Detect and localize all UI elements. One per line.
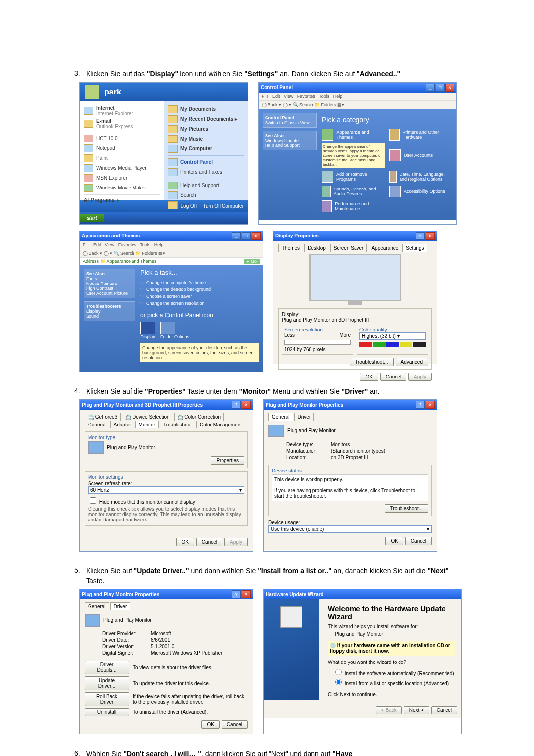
start-item-msn[interactable]: MSN Explorer bbox=[84, 173, 160, 183]
start-item-wmp[interactable]: Windows Media Player bbox=[84, 163, 160, 173]
close-icon[interactable]: × bbox=[242, 590, 251, 598]
start-recent[interactable]: My Recent Documents ▸ bbox=[168, 114, 244, 124]
icon-folder-options[interactable]: Folder Options bbox=[160, 322, 189, 339]
refresh-rate-select[interactable]: 60 Hertz ▾ bbox=[88, 486, 244, 494]
task-saver[interactable]: Choose a screen saver bbox=[140, 293, 259, 300]
cat-performance[interactable]: Performance and Maintenance bbox=[322, 200, 385, 212]
start-button[interactable]: start bbox=[80, 214, 104, 222]
maximize-icon[interactable]: □ bbox=[436, 84, 445, 92]
uninstall-button[interactable]: Uninstall bbox=[85, 708, 129, 716]
tab-saver[interactable]: Screen Saver bbox=[330, 244, 367, 252]
tab-settings[interactable]: Settings bbox=[402, 244, 427, 252]
start-item-wmm[interactable]: Windows Movie Maker bbox=[84, 183, 160, 193]
cancel-button[interactable]: Cancel bbox=[222, 720, 248, 729]
tab-general[interactable]: General bbox=[85, 602, 109, 610]
cancel-button[interactable]: Cancel bbox=[380, 373, 406, 381]
opt-list[interactable]: Install from a list or specific location… bbox=[333, 677, 455, 687]
hide-modes-check[interactable] bbox=[90, 497, 96, 504]
tab-monitor[interactable]: Monitor bbox=[135, 421, 159, 428]
tab-themes[interactable]: Themes bbox=[278, 244, 303, 252]
tab-devsel[interactable]: 📇 Device Selection bbox=[122, 413, 173, 421]
start-my-documents[interactable]: My Documents bbox=[168, 104, 244, 114]
troubleshoot-button[interactable]: Troubleshoot... bbox=[385, 504, 428, 513]
cancel-button[interactable]: Cancel bbox=[405, 537, 432, 545]
tab-colorc[interactable]: 📇 Color Correction bbox=[174, 413, 224, 421]
cat-sounds[interactable]: Sounds, Speech, and Audio Devices bbox=[322, 186, 385, 197]
task-theme[interactable]: Change the computer's theme bbox=[140, 279, 259, 286]
update-driver-button[interactable]: Update Driver... bbox=[85, 676, 129, 690]
start-computer[interactable]: My Computer bbox=[168, 144, 244, 154]
start-item-hct[interactable]: HCT 10.0 bbox=[84, 134, 160, 143]
cat-addremove[interactable]: Add or Remove Programs bbox=[322, 171, 385, 183]
help-icon[interactable]: ? bbox=[416, 232, 425, 240]
start-item-internet[interactable]: InternetInternet Explorer bbox=[84, 104, 160, 117]
cat-accessibility[interactable]: Accessibility Options bbox=[389, 186, 452, 197]
tab-general[interactable]: General bbox=[85, 421, 109, 428]
minimize-icon[interactable]: _ bbox=[232, 232, 241, 240]
opt-auto[interactable]: Install the software automatically (Reco… bbox=[333, 667, 455, 677]
resolution-value: 1024 by 768 pixels bbox=[284, 347, 351, 352]
tab-adapter[interactable]: Adapter bbox=[110, 421, 134, 428]
maximize-icon[interactable]: □ bbox=[242, 232, 251, 240]
properties-button[interactable]: Properties bbox=[211, 456, 244, 465]
close-icon[interactable]: × bbox=[445, 84, 454, 92]
start-help[interactable]: Help and Support bbox=[168, 181, 244, 190]
tab-driver[interactable]: Driver bbox=[110, 602, 131, 610]
ok-button[interactable]: OK bbox=[360, 373, 378, 381]
task-resolution[interactable]: Change the screen resolution bbox=[140, 300, 259, 307]
close-icon[interactable]: × bbox=[242, 401, 251, 409]
start-search[interactable]: Search bbox=[168, 190, 244, 200]
troubleshoot-button[interactable]: Troubleshoot... bbox=[350, 358, 393, 366]
wizard-heading: Welcome to the Hardware Update Wizard bbox=[328, 604, 455, 621]
start-all-programs[interactable]: All Programs ▸ bbox=[84, 196, 160, 204]
ok-button[interactable]: OK bbox=[385, 537, 403, 545]
help-icon[interactable]: ? bbox=[232, 590, 241, 598]
start-item-paint[interactable]: Paint bbox=[84, 153, 160, 163]
tab-troubleshoot[interactable]: Troubleshoot bbox=[160, 421, 195, 428]
cat-users[interactable]: User Accounts bbox=[389, 143, 452, 168]
logoff-button[interactable]: Log Off bbox=[181, 203, 197, 209]
help-icon[interactable]: ? bbox=[232, 401, 241, 409]
start-music[interactable]: My Music bbox=[168, 134, 244, 144]
cat-network[interactable]: Change the appearance of desktop items, … bbox=[322, 143, 385, 168]
close-icon[interactable]: × bbox=[426, 401, 435, 409]
tab-geforce[interactable]: 📇 GeForce3 bbox=[85, 413, 121, 421]
tab-driver[interactable]: Driver bbox=[294, 413, 314, 421]
start-printers[interactable]: Printers and Faxes bbox=[168, 167, 244, 177]
turnoff-button[interactable]: Turn Off Computer bbox=[203, 203, 244, 209]
device-general-window: Plug and Play Monitor Properties?× Gener… bbox=[263, 399, 437, 552]
color-quality-select[interactable]: Highest (32 bit) ▾ bbox=[359, 332, 426, 340]
apply-button[interactable]: Apply bbox=[224, 538, 248, 546]
close-icon[interactable]: × bbox=[426, 232, 435, 240]
start-item-email[interactable]: E-mailOutlook Express bbox=[84, 117, 160, 130]
tab-appearance[interactable]: Appearance bbox=[368, 244, 401, 252]
resolution-slider[interactable] bbox=[284, 340, 351, 345]
device-usage-select[interactable]: Use this device (enable) ▾ bbox=[268, 525, 432, 533]
task-background[interactable]: Change the desktop background bbox=[140, 286, 259, 293]
start-pictures[interactable]: My Pictures bbox=[168, 124, 244, 134]
next-button[interactable]: Next > bbox=[404, 706, 429, 714]
cancel-button[interactable]: Cancel bbox=[431, 706, 457, 714]
cancel-button[interactable]: Cancel bbox=[196, 538, 222, 546]
help-icon[interactable]: ? bbox=[416, 401, 425, 409]
cat-printers[interactable]: Printers and Other Hardware bbox=[389, 129, 452, 141]
tab-desktop[interactable]: Desktop bbox=[304, 244, 329, 252]
close-icon[interactable]: × bbox=[252, 232, 261, 240]
tab-general[interactable]: General bbox=[268, 413, 293, 421]
start-item-notepad[interactable]: Notepad bbox=[84, 143, 160, 153]
ok-button[interactable]: OK bbox=[176, 538, 194, 546]
monitor-preview bbox=[309, 254, 401, 301]
advanced-button[interactable]: Advanced bbox=[396, 358, 428, 366]
cat-datetime[interactable]: Date, Time, Language, and Regional Optio… bbox=[389, 171, 452, 183]
ok-button[interactable]: OK bbox=[201, 720, 219, 729]
minimize-icon[interactable]: _ bbox=[426, 84, 435, 92]
driver-details-button[interactable]: Driver Details... bbox=[85, 661, 129, 674]
icon-display[interactable]: Display bbox=[140, 322, 155, 339]
cat-appearance[interactable]: Appearance and Themes bbox=[322, 129, 385, 141]
back-button[interactable]: < Back bbox=[376, 706, 402, 714]
accessibility-icon bbox=[389, 186, 401, 197]
start-control-panel[interactable]: Control Panel bbox=[168, 157, 244, 167]
tab-colorm[interactable]: Color Management bbox=[196, 421, 245, 428]
apply-button[interactable]: Apply bbox=[408, 373, 432, 381]
rollback-driver-button[interactable]: Roll Back Driver bbox=[85, 692, 129, 706]
